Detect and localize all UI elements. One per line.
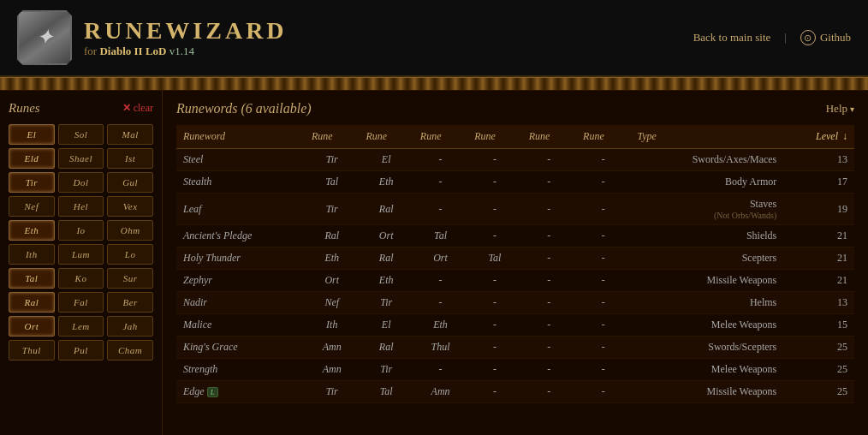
rune-cell-5: -: [522, 171, 576, 194]
table-row[interactable]: NadirNefTir----Helms13: [176, 292, 854, 314]
rune-cell-2: Tir: [359, 359, 413, 381]
rune-cell-3: Thul: [413, 337, 467, 359]
app-title: Runewizard: [84, 17, 288, 45]
table-row[interactable]: Holy ThunderEthRalOrtTal--Scepters21: [176, 247, 854, 270]
clear-button[interactable]: ✕ clear: [122, 102, 153, 115]
rune-btn-ko[interactable]: Ko: [58, 268, 104, 289]
rune-btn-jah[interactable]: Jah: [107, 316, 153, 337]
col-rune5: Rune: [522, 125, 576, 149]
rune-btn-sur[interactable]: Sur: [107, 268, 153, 289]
rune-btn-lo[interactable]: Lo: [107, 244, 153, 265]
rune-btn-fal[interactable]: Fal: [58, 292, 104, 313]
github-label: Github: [820, 31, 851, 45]
runeword-name-cell: Holy Thunder: [176, 247, 305, 270]
rune-cell-5: -: [522, 149, 576, 171]
table-row[interactable]: LeafTirRal----Staves(Not Orbs/Wands)19: [176, 194, 854, 225]
rune-cell-4: -: [467, 225, 521, 247]
rune-btn-eld[interactable]: Eld: [9, 148, 55, 169]
sidebar-header: Runes ✕ clear: [9, 101, 153, 116]
level-cell: 17: [783, 171, 854, 194]
type-cell: Shields: [630, 225, 783, 247]
rune-cell-3: Eth: [413, 314, 467, 337]
type-cell: Swords/Scepters: [630, 337, 783, 359]
type-cell: Scepters: [630, 247, 783, 270]
table-row[interactable]: StrengthAmnTir----Melee Weapons25: [176, 359, 854, 381]
rune-cell-6: -: [576, 225, 630, 247]
rune-btn-thul[interactable]: Thul: [9, 340, 55, 361]
rune-btn-pul[interactable]: Pul: [58, 340, 104, 361]
col-runeword: Runeword: [176, 125, 305, 149]
rune-btn-tir[interactable]: Tir: [9, 172, 55, 193]
help-label: Help: [826, 102, 847, 116]
title-area: Runewizard for Diablo II LoD v1.14: [84, 17, 288, 58]
level-cell: 13: [783, 149, 854, 171]
table-row[interactable]: King's GraceAmnRalThul---Swords/Scepters…: [176, 337, 854, 359]
rune-btn-nef[interactable]: Nef: [9, 196, 55, 217]
rune-cell-5: -: [522, 194, 576, 225]
rune-cell-5: -: [522, 314, 576, 337]
app-subtitle: for Diablo II LoD v1.14: [84, 45, 288, 58]
rune-cell-1: Ort: [305, 270, 359, 292]
chevron-down-icon: ▾: [850, 104, 854, 114]
rune-btn-tal[interactable]: Tal: [9, 268, 55, 289]
rune-cell-4: -: [467, 149, 521, 171]
rune-cell-3: -: [413, 270, 467, 292]
table-row[interactable]: MaliceIthElEth---Melee Weapons15: [176, 314, 854, 337]
rune-cell-2: Ral: [359, 194, 413, 225]
table-row[interactable]: SteelTirEl----Swords/Axes/Maces13: [176, 149, 854, 171]
rune-btn-vex[interactable]: Vex: [107, 196, 153, 217]
rune-cell-1: Eth: [305, 247, 359, 270]
rune-btn-ort[interactable]: Ort: [9, 316, 55, 337]
app-header: ✦ Runewizard for Diablo II LoD v1.14 Bac…: [0, 0, 868, 77]
rune-cell-5: -: [522, 270, 576, 292]
rune-btn-eth[interactable]: Eth: [9, 220, 55, 241]
runewords-title: Runewords (6 available): [176, 101, 312, 116]
runes-title: Runes: [9, 101, 40, 116]
rune-cell-2: Tal: [359, 381, 413, 403]
rune-btn-shael[interactable]: Shael: [58, 148, 104, 169]
rune-cell-2: Ral: [359, 247, 413, 270]
rune-btn-ber[interactable]: Ber: [107, 292, 153, 313]
rune-btn-ohm[interactable]: Ohm: [107, 220, 153, 241]
rune-cell-5: -: [522, 359, 576, 381]
rune-btn-io[interactable]: Io: [58, 220, 104, 241]
runeword-name-cell: Zephyr: [176, 270, 305, 292]
main-layout: Runes ✕ clear ElSolMalEldShaelIstTirDolG…: [0, 91, 868, 435]
rune-btn-dol[interactable]: Dol: [58, 172, 104, 193]
rune-cell-2: El: [359, 314, 413, 337]
rune-btn-ist[interactable]: Ist: [107, 148, 153, 169]
rune-cell-1: Tir: [305, 194, 359, 225]
type-cell: Melee Weapons: [630, 314, 783, 337]
rune-btn-ral[interactable]: Ral: [9, 292, 55, 313]
rune-btn-cham[interactable]: Cham: [107, 340, 153, 361]
rune-cell-4: -: [467, 292, 521, 314]
type-cell: Missile Weapons: [630, 381, 783, 403]
runeword-name-cell: Leaf: [176, 194, 305, 225]
col-rune3: Rune: [413, 125, 467, 149]
table-row[interactable]: ZephyrOrtEth----Missile Weapons21: [176, 270, 854, 292]
rune-btn-ith[interactable]: Ith: [9, 244, 55, 265]
rune-btn-el[interactable]: El: [9, 124, 55, 145]
col-rune1: Rune: [305, 125, 359, 149]
table-row[interactable]: StealthTalEth----Body Armor17: [176, 171, 854, 194]
rune-cell-6: -: [576, 337, 630, 359]
runewords-table: Runeword Rune Rune Rune Rune Rune Rune T…: [176, 125, 854, 403]
level-cell: 21: [783, 225, 854, 247]
rune-cell-5: -: [522, 247, 576, 270]
rune-cell-4: -: [467, 337, 521, 359]
rune-btn-hel[interactable]: Hel: [58, 196, 104, 217]
table-row[interactable]: EdgeLTirTalAmn---Missile Weapons25: [176, 381, 854, 403]
rune-btn-lum[interactable]: Lum: [58, 244, 104, 265]
table-row[interactable]: Ancient's PledgeRalOrtTal---Shields21: [176, 225, 854, 247]
rune-btn-lem[interactable]: Lem: [58, 316, 104, 337]
help-button[interactable]: Help ▾: [826, 102, 854, 116]
rune-cell-4: -: [467, 359, 521, 381]
rune-btn-mal[interactable]: Mal: [107, 124, 153, 145]
rune-btn-gul[interactable]: Gul: [107, 172, 153, 193]
github-link[interactable]: ⊙ Github: [800, 30, 851, 45]
col-level: Level ↓: [783, 125, 854, 149]
rune-cell-6: -: [576, 270, 630, 292]
rune-btn-sol[interactable]: Sol: [58, 124, 104, 145]
rune-cell-1: Tir: [305, 381, 359, 403]
back-to-main-link[interactable]: Back to main site: [693, 31, 771, 45]
